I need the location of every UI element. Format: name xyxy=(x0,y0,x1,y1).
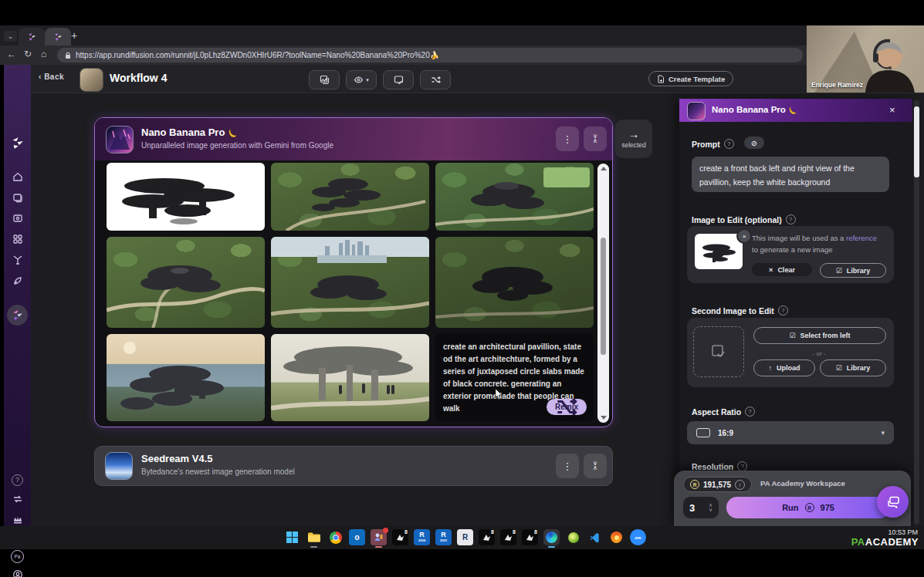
seedream-menu-button[interactable]: ⋮ xyxy=(556,454,579,478)
credits-badge[interactable]: R 191,575 i xyxy=(683,477,752,492)
nav-back-icon[interactable]: ← xyxy=(7,49,16,59)
prompt-help-icon[interactable]: ? xyxy=(724,139,734,149)
taskbar-edge-icon[interactable] xyxy=(543,529,560,545)
rundiffusion-logo-icon[interactable] xyxy=(4,134,31,151)
taskbar-app-8-icon[interactable]: 8 xyxy=(500,529,516,545)
taskbar-zoom-icon[interactable]: zm xyxy=(630,529,646,545)
sidebar-workspace-avatar[interactable]: Pa xyxy=(4,548,31,565)
sidebar-share-icon[interactable] xyxy=(4,491,31,508)
reference-highlight: reference xyxy=(846,234,877,242)
create-template-label: Create Template xyxy=(668,75,725,83)
taskbar-revit-icon[interactable]: R xyxy=(457,529,473,545)
selected-tool-button[interactable]: → selected xyxy=(615,120,652,158)
generated-image-aerial-2[interactable] xyxy=(435,163,594,231)
generated-image-aerial-1[interactable] xyxy=(271,163,429,231)
shuffle-toolbar-button[interactable] xyxy=(420,70,451,89)
taskbar-app-8-icon[interactable]: 8 xyxy=(479,529,495,545)
nav-reload-icon[interactable]: ↻ xyxy=(24,49,32,59)
sidebar-upgrade-crown-icon[interactable] xyxy=(4,511,31,528)
taskbar-app-8-icon[interactable]: 8 xyxy=(392,529,408,545)
taskbar-revit-2023-icon[interactable]: R2023 xyxy=(435,529,452,545)
library-button[interactable]: ☑ Library xyxy=(820,263,886,278)
generated-image-coastal[interactable] xyxy=(107,334,265,421)
sidebar-camera-icon[interactable] xyxy=(4,566,31,577)
sidebar-runnit-active-icon[interactable] xyxy=(7,305,28,326)
taskbar-revit-2024-icon[interactable]: R2024 xyxy=(414,529,430,545)
remix-button[interactable]: Remix xyxy=(547,399,587,415)
generated-image-aerial-4[interactable] xyxy=(435,237,594,328)
nano-card-collapse-button[interactable]: ∨ ∧ xyxy=(584,127,607,151)
second-image-help-icon[interactable]: ? xyxy=(778,305,788,315)
back-button[interactable]: ‹ Back xyxy=(39,73,64,81)
taskbar-file-explorer-icon[interactable] xyxy=(306,529,322,545)
sidebar-gallery-icon[interactable] xyxy=(4,189,31,206)
taskbar-windows-start-icon[interactable] xyxy=(284,529,300,545)
url-bar[interactable]: https://app.rundiffusion.com/runnit/jL0p… xyxy=(57,48,803,62)
panel-header: Nano Banana Pro × xyxy=(679,99,912,122)
kebab-icon: ⋮ xyxy=(563,134,573,144)
stepper-down-icon[interactable]: ∨ xyxy=(709,508,712,512)
lock-icon xyxy=(65,52,71,59)
workflow-title: Workflow 4 xyxy=(110,72,167,84)
chat-fab-button[interactable] xyxy=(877,486,909,518)
taskbar-streaming-app-icon[interactable] xyxy=(371,529,387,545)
image-check-toolbar-button[interactable] xyxy=(383,70,414,89)
grid-scrollbar-thumb[interactable] xyxy=(601,238,606,355)
sidebar-home-icon[interactable] xyxy=(4,168,31,185)
taskbar-enscape-icon[interactable] xyxy=(565,529,581,545)
tab-search-caret-icon[interactable]: ⌄ xyxy=(4,31,17,42)
gallery-toolbar-button[interactable] xyxy=(309,70,340,89)
remove-reference-icon[interactable]: × xyxy=(736,228,752,244)
create-template-button[interactable]: Create Template xyxy=(648,71,733,86)
gallery-icon xyxy=(320,75,330,85)
generated-image-skyline[interactable] xyxy=(271,237,429,328)
generated-image-product-shot[interactable] xyxy=(107,163,265,231)
negative-prompt-button[interactable]: ⊘ xyxy=(744,137,764,149)
second-image-dropzone[interactable] xyxy=(693,326,744,377)
taskbar-chrome-icon[interactable] xyxy=(327,529,344,545)
resolution-label: Resolution xyxy=(692,462,733,471)
tool-settings-panel: Nano Banana Pro × Prompt ? ⊘ create a fr… xyxy=(679,99,912,526)
workflow-thumbnail[interactable] xyxy=(80,68,103,92)
taskbar-outlook-icon[interactable]: o xyxy=(349,529,365,545)
prompt-textarea[interactable]: create a front back left and right view … xyxy=(692,157,889,192)
scroll-up-arrow[interactable] xyxy=(601,167,607,170)
nav-home-icon[interactable]: ⌂ xyxy=(41,49,46,59)
sidebar-apps-icon[interactable] xyxy=(4,231,31,248)
panel-close-icon[interactable]: × xyxy=(889,104,895,116)
browser-tab-1[interactable] xyxy=(19,28,45,46)
taskbar-app-8-icon[interactable]: 8 xyxy=(522,529,538,545)
scroll-down-arrow[interactable] xyxy=(601,416,607,420)
sidebar-help-icon[interactable]: ? xyxy=(4,471,31,488)
taskbar-browser-orange-icon[interactable] xyxy=(608,529,624,545)
run-button[interactable]: Run R 975 xyxy=(726,497,890,518)
prompt-text-tile[interactable]: create an architectural pavillion, state… xyxy=(435,334,594,421)
aspect-ratio-select[interactable]: 16:9 ▾ xyxy=(687,421,894,444)
batch-count-stepper[interactable]: 3 ∧ ∨ xyxy=(683,497,719,518)
generated-image-ground-view[interactable] xyxy=(271,334,429,421)
seedream-collapse-button[interactable]: ∨ ∧ xyxy=(584,454,607,478)
library-button-2[interactable]: ☑ Library xyxy=(820,359,886,376)
panel-scrollbar-thumb[interactable] xyxy=(914,106,919,177)
nano-card-header[interactable]: Nano Banana Pro Unparalleled image gener… xyxy=(95,118,612,160)
reference-image-thumbnail[interactable]: × xyxy=(695,234,743,269)
taskbar-vscode-icon[interactable] xyxy=(587,529,603,545)
sidebar-media-icon[interactable] xyxy=(4,210,31,227)
grid-scrollbar[interactable] xyxy=(597,164,609,423)
sidebar-boost-icon[interactable] xyxy=(4,272,31,289)
browser-tab-2-active[interactable] xyxy=(45,28,71,46)
generated-image-aerial-3[interactable] xyxy=(107,237,265,328)
seedream-title: Seedream V4.5 xyxy=(141,453,213,464)
new-tab-button[interactable]: + xyxy=(71,29,77,42)
upload-button[interactable]: ↑ Upload xyxy=(753,359,815,376)
preview-toolbar-button[interactable]: ▾ xyxy=(346,70,377,89)
seedream-card[interactable]: Seedream V4.5 Bytedance's newest image g… xyxy=(94,446,613,486)
aspect-ratio-help-icon[interactable]: ? xyxy=(745,407,755,417)
select-from-left-button[interactable]: ☑ Select from left xyxy=(753,327,886,344)
panel-title: Nano Banana Pro xyxy=(712,105,786,114)
panel-scrollbar[interactable] xyxy=(914,100,919,525)
clear-button[interactable]: × Clear xyxy=(752,263,812,276)
nano-card-menu-button[interactable]: ⋮ xyxy=(556,127,579,151)
image-to-edit-help-icon[interactable]: ? xyxy=(786,214,796,224)
sidebar-tools-icon[interactable] xyxy=(4,251,31,268)
